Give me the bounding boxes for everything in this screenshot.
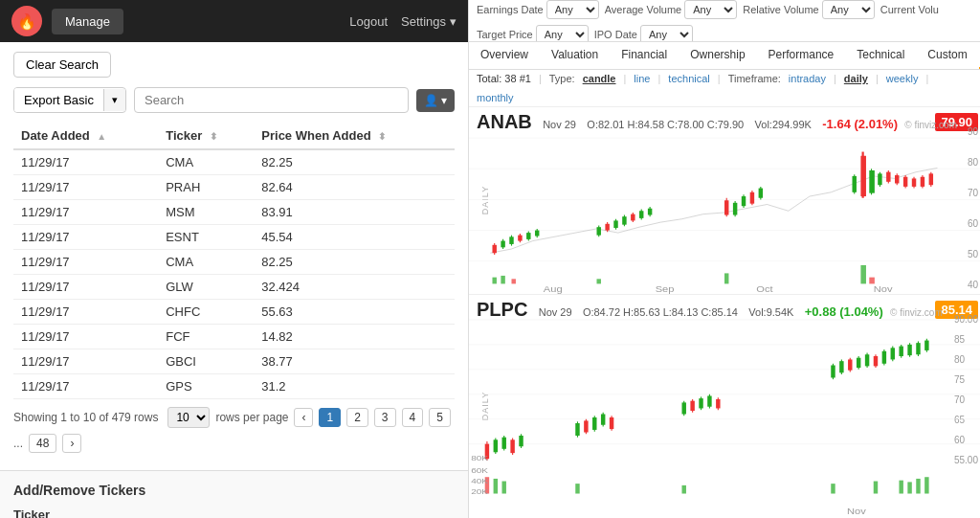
cell-date: 11/29/17 [13,275,158,300]
tf-daily-link[interactable]: daily [844,73,868,84]
type-candle-link[interactable]: candle [583,73,616,84]
svg-rect-138 [874,481,878,493]
table-body: 11/29/17 CMA 82.25 11/29/17 PRAH 82.64 1… [13,149,455,399]
search-icon-button[interactable]: 👤 ▾ [416,89,455,112]
tab-overview[interactable]: Overview [469,42,540,69]
chart-plpc-header: PLPC Nov 29 O:84.72 H:85.63 L:84.13 C:85… [477,299,943,321]
table-row: 11/29/17 CMA 82.25 [13,250,455,275]
tab-financial[interactable]: Financial [610,42,679,69]
ipo-date-label: IPO Date [594,29,637,40]
tab-custom[interactable]: Custom [916,42,978,69]
charts-area: ANAB Nov 29 O:82.01 H:84.58 C:78.00 C:79… [469,107,980,518]
chart-anab-svg: Aug Sep Oct Nov [469,107,980,294]
cell-ticker: GBCI [158,349,254,374]
rows-per-page-select[interactable]: 10 25 50 [167,407,210,428]
chart-plpc-ticker: PLPC [477,299,527,320]
table-row: 11/29/17 MSM 83.91 [13,200,455,225]
svg-rect-66 [860,265,866,283]
tabs-row: Overview Valuation Financial Ownership P… [469,42,980,70]
last-page-button[interactable]: 48 [29,434,56,453]
ipo-date-filter: IPO Date Any [594,25,693,42]
chart-anab-header: ANAB Nov 29 O:82.01 H:84.58 C:78.00 C:79… [477,111,957,133]
svg-text:80K: 80K [471,454,488,462]
cell-ticker: FCF [158,325,254,349]
tf-weekly-link[interactable]: weekly [886,73,919,84]
col-date-added[interactable]: Date Added ▲ [13,123,158,149]
chevron-down-icon: ▾ [450,14,457,29]
col-ticker[interactable]: Ticker ⬍ [158,123,254,149]
cell-ticker: CMA [158,149,254,175]
settings-button[interactable]: Settings ▾ [401,14,457,29]
filters-bar: Earnings Date Any Average Volume Any Rel… [469,0,980,42]
svg-text:20K: 20K [471,486,488,495]
chart-plpc-ohlcv: O:84.72 H:85.63 L:84.13 C:85.14 [583,306,738,318]
avg-vol-select[interactable]: Any [684,0,737,19]
ipo-date-select[interactable]: Any [640,25,693,42]
tab-performance[interactable]: Performance [757,42,846,69]
page-4-button[interactable]: 4 [402,408,424,427]
finviz-link2: © finviz.com [890,307,943,318]
rel-vol-filter: Relative Volume Any [743,0,875,19]
chart-meta-bar: Total: 38 #1 | Type: candle | line | tec… [469,70,980,107]
top-nav: 🔥 Manage Logout Settings ▾ [0,0,468,42]
tab-ownership[interactable]: Ownership [679,42,756,69]
svg-text:Oct: Oct [756,284,773,293]
search-input[interactable] [134,87,409,113]
svg-rect-133 [494,478,498,493]
cell-date: 11/29/17 [13,200,158,225]
clear-search-button[interactable]: Clear Search [13,52,111,78]
chart-anab-ticker: ANAB [477,111,532,132]
logout-button[interactable]: Logout [349,14,388,29]
meta-tf-label: Timeframe: [728,73,781,84]
type-technical-link[interactable]: technical [668,73,709,84]
tab-valuation[interactable]: Valuation [540,42,610,69]
right-panel: Earnings Date Any Average Volume Any Rel… [469,0,980,518]
rel-vol-select[interactable]: Any [822,0,875,19]
earnings-date-filter: Earnings Date Any [477,0,599,19]
col-price[interactable]: Price When Added ⬍ [254,123,455,149]
target-price-select[interactable]: Any [536,25,589,42]
chart-plpc-date: Nov 29 [539,306,572,318]
export-button[interactable]: Export Basic [14,88,103,112]
cell-date: 11/29/17 [13,349,158,374]
sort-icon: ⬍ [378,131,386,142]
svg-text:40K: 40K [471,477,488,485]
tab-technical[interactable]: Technical [845,42,916,69]
tf-intraday-link[interactable]: intraday [789,73,826,84]
finviz-link: © finviz.com [904,120,957,130]
svg-rect-64 [597,279,601,283]
prev-page-button[interactable]: ‹ [294,408,313,427]
type-line-link[interactable]: line [634,73,650,84]
page-1-button[interactable]: 1 [319,408,341,427]
earnings-date-select[interactable]: Any [546,0,599,19]
data-table: Date Added ▲ Ticker ⬍ Price When Added ⬍… [13,123,455,399]
cell-ticker: PRAH [158,175,254,200]
cell-date: 11/29/17 [13,300,158,325]
manage-button[interactable]: Manage [52,9,123,34]
pagination-info: Showing 1 to 10 of 479 rows [13,411,158,424]
cell-date: 11/29/17 [13,225,158,250]
export-chevron-button[interactable]: ▾ [103,89,125,111]
cell-price: 45.54 [254,225,455,250]
current-vol-label: Current Volu [880,4,939,15]
page-2-button[interactable]: 2 [346,408,368,427]
svg-text:Nov: Nov [874,284,893,293]
add-remove-title: Add/Remove Tickers [13,483,455,498]
cell-date: 11/29/17 [13,149,158,175]
page-3-button[interactable]: 3 [374,408,396,427]
cell-ticker: GLW [158,275,254,300]
next-page-button[interactable]: › [62,434,81,453]
cell-price: 82.64 [254,175,455,200]
chart-anab: ANAB Nov 29 O:82.01 H:84.58 C:78.00 C:79… [469,107,980,295]
cell-date: 11/29/17 [13,325,158,349]
table-row: 11/29/17 CHFC 55.63 [13,300,455,325]
avg-vol-filter: Average Volume Any [605,0,738,19]
cell-ticker: MSM [158,200,254,225]
meta-type-label: Type: [549,73,575,84]
chart-plpc: PLPC Nov 29 O:84.72 H:85.63 L:84.13 C:85… [469,295,980,518]
svg-rect-135 [575,484,579,493]
table-row: 11/29/17 ESNT 45.54 [13,225,455,250]
tf-monthly-link[interactable]: monthly [477,92,514,103]
page-5-button[interactable]: 5 [429,408,451,427]
cell-price: 31.2 [254,374,455,399]
